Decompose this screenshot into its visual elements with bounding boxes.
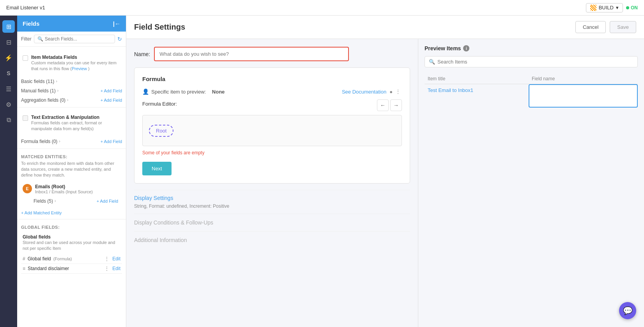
hash-icon: #: [23, 256, 25, 262]
search-items-input[interactable]: [437, 59, 633, 65]
formula-add-field-btn[interactable]: + Add Field: [101, 139, 122, 144]
item-metadata-text: Item Metadata Fields Custom metadata you…: [31, 55, 120, 72]
standard-disclaimer-label: Standard disclaimer: [28, 266, 69, 271]
global-section-title: GLOBAL FIELDS:: [21, 225, 122, 230]
see-documentation-link[interactable]: See Documentation: [342, 89, 386, 95]
lines-icon: ≡: [23, 266, 25, 271]
search-items-icon: 🔍: [429, 59, 435, 65]
chevron-right-icon5: ›: [55, 199, 56, 203]
formula-fields-label: Formula fields (0): [21, 139, 57, 144]
sidebar-nav-grid[interactable]: ⊟: [2, 36, 15, 48]
content-body: Name: Formula 👤 Specific item to preview…: [126, 39, 644, 327]
build-selector[interactable]: BUILD ▾: [586, 3, 623, 12]
global-field-edit-btn[interactable]: Edit: [112, 256, 120, 262]
chevron-right-icon3: ›: [67, 98, 68, 102]
chevron-down-icon: ▾: [616, 5, 619, 11]
item-metadata-title: Item Metadata Fields: [31, 55, 120, 60]
text-extraction-checkbox[interactable]: [23, 115, 28, 121]
additional-info-heading[interactable]: Additional Information: [134, 237, 410, 243]
display-settings-section: Display Settings String, Format: undefin…: [134, 190, 410, 214]
icon-sidebar: ⊞ ⊟ ⚡ S ☰ ⚙ ⧉: [0, 16, 17, 327]
basic-fields-row[interactable]: Basic fields (11) ›: [17, 77, 126, 86]
nav-forward-btn[interactable]: →: [390, 99, 402, 111]
preview-panel: Preview Items i 🔍 Item title Field name …: [418, 39, 644, 327]
entity-emails-item: E Emails (Root) Inbox1 / Emails (Input S…: [21, 182, 122, 196]
formula-fields-row[interactable]: Formula fields (0) › + Add Field: [17, 137, 126, 146]
sidebar-nav-lightning[interactable]: ⚡: [2, 51, 15, 64]
matched-entities-title: MATCHED ENTITIES:: [21, 154, 122, 159]
save-button[interactable]: Save: [610, 21, 636, 33]
display-settings-details: String, Format: undefined, Increment: Po…: [134, 203, 410, 209]
refresh-icon[interactable]: ↻: [117, 36, 122, 42]
preview-info-icon[interactable]: i: [463, 45, 469, 51]
cancel-button[interactable]: Cancel: [575, 21, 606, 33]
manual-fields-label: Manual fields (1): [21, 88, 56, 94]
name-input[interactable]: [154, 47, 349, 61]
search-icon: 🔍: [37, 36, 43, 42]
text-extraction-title: Text Extraction & Manipulation: [31, 115, 120, 120]
standard-disclaimer-edit-btn[interactable]: Edit: [112, 266, 120, 271]
aggregation-fields-row[interactable]: Aggregation fields (0) › + Add Field: [17, 95, 126, 105]
preview-items-title: Preview Items: [425, 45, 461, 51]
preview-link[interactable]: Preview: [72, 66, 87, 71]
global-fields-section: GLOBAL FIELDS: Global fields Stored and …: [17, 222, 126, 277]
dots-menu-icon[interactable]: ⋮: [104, 256, 109, 262]
manual-fields-row[interactable]: Manual fields (1) › + Add Field: [17, 86, 126, 95]
divider1: [17, 107, 126, 108]
aggregation-fields-label: Aggregation fields (0): [21, 97, 65, 103]
entity-add-field-btn[interactable]: + Add Field: [97, 199, 118, 203]
search-fields-box: 🔍: [34, 35, 115, 43]
content-header: Field Settings Cancel Save: [126, 16, 644, 39]
sidebar-nav-s[interactable]: S: [2, 67, 15, 80]
sidebar-nav-copy[interactable]: ⧉: [2, 114, 15, 126]
manual-add-field-btn[interactable]: + Add Field: [101, 88, 122, 93]
build-icon: [590, 5, 596, 11]
main-content: Field Settings Cancel Save Name: Formula: [126, 16, 644, 327]
nav-back-btn[interactable]: ←: [377, 99, 389, 111]
specific-item-label: Specific item to preview:: [151, 89, 206, 95]
fields-header: Fields |←: [17, 16, 126, 32]
page-title: Field Settings: [134, 23, 185, 32]
add-matched-entity-btn[interactable]: + Add Matched Entity: [17, 209, 126, 217]
sidebar-nav-doc[interactable]: ☰: [2, 83, 15, 95]
topbar: Email Listener v1 BUILD ▾ ON: [0, 0, 644, 16]
display-conditions-heading[interactable]: Display Conditions & Follow-Ups: [134, 219, 410, 226]
next-button[interactable]: Next: [142, 162, 172, 175]
global-fields-item: Global fields Stored and can be used acr…: [21, 232, 122, 254]
entity-fields-row[interactable]: Fields (5) › + Add Field: [21, 196, 122, 206]
sidebar-nav-robot[interactable]: ⚙: [2, 98, 15, 111]
entity-icon: E: [23, 184, 32, 193]
item-metadata-checkbox[interactable]: [23, 55, 28, 61]
root-bubble[interactable]: Root: [149, 125, 173, 137]
formula-dots-menu[interactable]: ⋮: [396, 89, 400, 94]
app-title: Email Listener v1: [6, 5, 45, 11]
dots-menu-icon2[interactable]: ⋮: [104, 266, 109, 271]
global-field-formula-row: # Global field (Formula) ⋮ Edit: [21, 254, 122, 264]
search-items-box: 🔍: [425, 56, 638, 67]
item-title-value[interactable]: Test Email to Inbox1: [425, 84, 529, 108]
global-fields-text: Global fields Stored and can be used acr…: [23, 234, 120, 252]
search-fields-input[interactable]: [45, 36, 111, 42]
person-icon: 👤: [142, 88, 149, 95]
chat-bubble-btn[interactable]: 💬: [619, 302, 636, 319]
divider2: [17, 148, 126, 149]
divider3: [17, 219, 126, 219]
formula-editor-area[interactable]: Root: [142, 115, 402, 146]
back-arrow-icon[interactable]: |←: [113, 20, 120, 27]
standard-disclaimer-row: ≡ Standard disclaimer ⋮ Edit: [21, 264, 122, 274]
display-settings-heading[interactable]: Display Settings: [134, 195, 410, 201]
build-label: BUILD: [599, 5, 614, 11]
basic-fields-label: Basic fields (11): [21, 79, 54, 84]
chevron-right-icon: ›: [56, 79, 57, 83]
formula-warning: Some of your fields are empty: [142, 150, 402, 156]
preview-table: Item title Field name Test Email to Inbo…: [425, 74, 638, 108]
sidebar-nav-layers[interactable]: ⊞: [2, 20, 15, 33]
fields-title: Fields: [23, 20, 39, 27]
fields-body: Item Metadata Fields Custom metadata you…: [17, 47, 126, 327]
entity-sub: Inbox1 / Emails (Input Source): [35, 189, 93, 194]
formula-editor-row: Formula Editor: ← →: [142, 99, 402, 111]
nav-buttons: ← →: [377, 99, 402, 111]
global-fields-desc: Stored and can be used across your modul…: [23, 240, 120, 252]
aggregation-add-field-btn[interactable]: + Add Field: [101, 98, 122, 103]
header-actions: Cancel Save: [575, 21, 636, 33]
